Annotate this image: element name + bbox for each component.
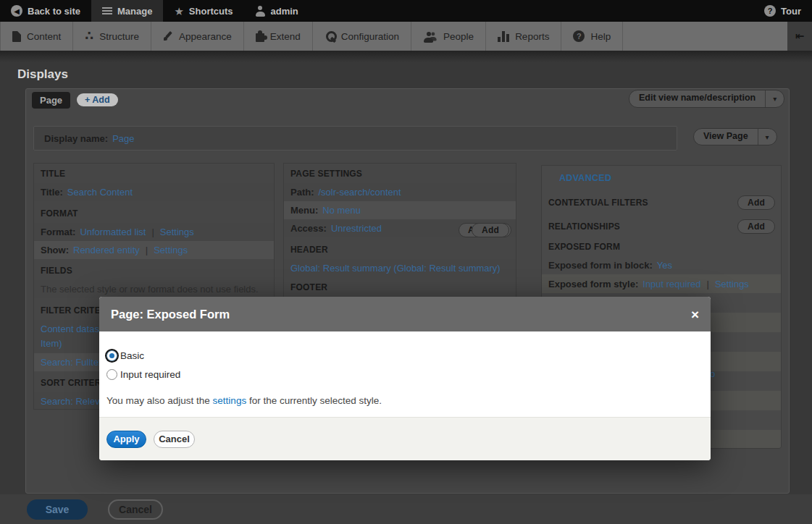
title-value-link[interactable]: Search Content bbox=[67, 187, 133, 198]
modal-footer: Apply Cancel bbox=[99, 417, 711, 460]
appearance-label: Appearance bbox=[179, 31, 232, 42]
separator: | bbox=[146, 227, 159, 237]
section-header-footer: FOOTER Add bbox=[284, 277, 516, 297]
path-label: Path: bbox=[290, 187, 314, 198]
menu-item-people[interactable]: People bbox=[411, 22, 486, 51]
relationships-add-button[interactable]: Add bbox=[737, 219, 775, 234]
contextual-filters-label: CONTEXTUAL FILTERS bbox=[548, 198, 648, 208]
modal-header[interactable]: Page: Exposed Form × bbox=[99, 297, 711, 331]
section-header-header: HEADER Add ▾ bbox=[284, 237, 516, 259]
people-label: People bbox=[443, 31, 474, 42]
show-label: Show: bbox=[41, 245, 69, 255]
separator: | bbox=[701, 279, 715, 290]
menu-item-reports[interactable]: Reports bbox=[486, 22, 561, 51]
content-label: Content bbox=[27, 31, 61, 42]
contextual-filters-row: CONTEXTUAL FILTERS Add bbox=[542, 190, 781, 215]
menu-value-link[interactable]: No menu bbox=[322, 205, 361, 216]
show-value-link[interactable]: Rendered entity bbox=[73, 245, 140, 255]
radio-option-basic[interactable]: Basic bbox=[106, 346, 702, 365]
menu-item-extend[interactable]: Extend bbox=[244, 22, 313, 51]
access-label: Access: bbox=[290, 223, 327, 234]
view-page-label: View Page bbox=[694, 129, 758, 145]
exposed-form-in-block-row: Exposed form in block: Yes bbox=[542, 255, 781, 274]
menu-label: Menu: bbox=[290, 205, 318, 216]
chevron-down-icon[interactable]: ▾ bbox=[765, 90, 784, 107]
manage-menu-button[interactable]: Manage bbox=[91, 0, 163, 22]
section-header-page-settings: PAGE SETTINGS bbox=[284, 164, 516, 183]
menu-item-structure[interactable]: ∴ Structure bbox=[73, 22, 151, 51]
title-label: Title: bbox=[41, 187, 63, 198]
toggle-orientation-icon: ⇤ bbox=[795, 30, 805, 43]
relationships-row: RELATIONSHIPS Add bbox=[542, 215, 781, 238]
radio-basic-input[interactable] bbox=[106, 350, 117, 361]
help-label: Help bbox=[590, 31, 611, 42]
clipped-link-fragment: o bbox=[710, 368, 715, 379]
admin-menu-tray: Content ∴ Structure Appearance Extend Co… bbox=[0, 22, 812, 51]
title-row: Title: Search Content bbox=[34, 183, 274, 201]
view-page-button[interactable]: View Page ▾ bbox=[693, 128, 777, 145]
hamburger-icon bbox=[102, 10, 112, 12]
path-row: Path: /solr-search/content bbox=[284, 183, 516, 201]
menu-item-appearance[interactable]: Appearance bbox=[151, 22, 244, 51]
tray-shadow bbox=[0, 51, 812, 62]
advanced-link[interactable]: ADVANCED bbox=[559, 173, 611, 183]
user-menu-button[interactable]: admin bbox=[244, 0, 309, 22]
admin-toolbar: ◀ Back to site Manage ★ Shortcuts admin … bbox=[0, 0, 812, 22]
contextual-filters-add-button[interactable]: Add bbox=[737, 195, 775, 210]
close-icon[interactable]: × bbox=[691, 308, 699, 321]
format-settings-link[interactable]: Settings bbox=[160, 227, 194, 237]
back-to-site-button[interactable]: ◀ Back to site bbox=[0, 0, 91, 22]
path-value-link[interactable]: /solr-search/content bbox=[319, 187, 401, 198]
chevron-down-icon[interactable]: ▾ bbox=[758, 129, 777, 145]
settings-link[interactable]: settings bbox=[213, 395, 247, 406]
exposed-form-header: EXPOSED FORM bbox=[542, 238, 781, 255]
style-value-link[interactable]: Input required bbox=[643, 279, 700, 290]
menu-item-help[interactable]: ? Help bbox=[561, 22, 623, 51]
plus-icon: + bbox=[85, 95, 90, 105]
add-display-button[interactable]: +Add bbox=[77, 93, 118, 106]
shortcuts-button[interactable]: ★ Shortcuts bbox=[163, 0, 243, 22]
style-settings-link[interactable]: Settings bbox=[715, 279, 749, 290]
in-block-value-link[interactable]: Yes bbox=[657, 260, 672, 271]
toolbar-spacer bbox=[309, 0, 753, 22]
display-name-label: Display name: bbox=[44, 133, 108, 144]
column-page-settings: PAGE SETTINGS Path: /solr-search/content… bbox=[283, 163, 516, 297]
modal-cancel-button[interactable]: Cancel bbox=[154, 431, 195, 448]
cancel-button[interactable]: Cancel bbox=[108, 499, 163, 520]
menu-item-configuration[interactable]: Configuration bbox=[313, 22, 411, 51]
header-result-summary-link[interactable]: Global: Result summary (Global: Result s… bbox=[290, 263, 501, 274]
apply-button[interactable]: Apply bbox=[106, 431, 146, 448]
tour-button[interactable]: ? Tour bbox=[753, 0, 812, 22]
exposed-form-style-row: Exposed form style: Input required | Set… bbox=[542, 274, 781, 293]
access-value-link[interactable]: Unrestricted bbox=[331, 223, 382, 234]
show-settings-link[interactable]: Settings bbox=[154, 245, 188, 255]
reports-label: Reports bbox=[515, 31, 549, 42]
drupal-views-edit-page: ◀ Back to site Manage ★ Shortcuts admin … bbox=[0, 0, 812, 524]
fields-note-row: The selected style or row format does no… bbox=[34, 280, 274, 298]
note-suffix: for the currently selected style. bbox=[246, 395, 382, 406]
display-name-link[interactable]: Page bbox=[112, 133, 134, 144]
menu-item-content[interactable]: Content bbox=[0, 22, 73, 51]
format-label: Format: bbox=[41, 227, 75, 237]
edit-view-name-button[interactable]: Edit view name/description ▾ bbox=[629, 90, 784, 108]
tour-question-icon: ? bbox=[764, 5, 776, 17]
modal-title: Page: Exposed Form bbox=[111, 308, 230, 321]
display-tab-page[interactable]: Page bbox=[32, 92, 70, 109]
separator: | bbox=[140, 245, 154, 255]
section-header-format: FORMAT bbox=[34, 201, 274, 223]
star-icon: ★ bbox=[174, 6, 183, 17]
bar-chart-icon bbox=[498, 31, 509, 42]
in-block-label: Exposed form in block: bbox=[548, 260, 653, 271]
add-display-label: Add bbox=[92, 95, 109, 105]
radio-input-required-input[interactable] bbox=[106, 369, 117, 380]
structure-label: Structure bbox=[99, 31, 139, 42]
save-button[interactable]: Save bbox=[27, 499, 88, 520]
format-value-link[interactable]: Unformatted list bbox=[80, 227, 146, 237]
username-label: admin bbox=[271, 6, 298, 17]
radio-option-input-required[interactable]: Input required bbox=[106, 365, 702, 384]
toolbar-orientation-toggle[interactable]: ⇤ bbox=[787, 22, 812, 51]
puzzle-icon bbox=[256, 33, 264, 42]
footer-add-button[interactable]: Add bbox=[472, 223, 509, 237]
page-title: Displays bbox=[17, 67, 68, 82]
form-actions-bar: Save Cancel bbox=[0, 494, 812, 524]
